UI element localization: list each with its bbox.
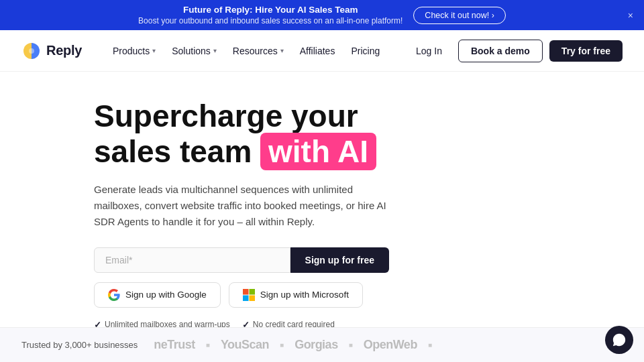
trust-logo-openweb: OpenWeb xyxy=(364,338,417,352)
trust-logo-gorgias: Gorgias xyxy=(294,338,338,352)
trust-bar: Trusted by 3,000+ businesses neTrust ■ Y… xyxy=(0,327,644,362)
trust-logo-netrust: neTrust xyxy=(154,338,195,352)
promo-banner: Future of Reply: Hire Your AI Sales Team… xyxy=(0,0,644,30)
email-signup-row: Sign up for free xyxy=(94,247,389,273)
banner-cta-button[interactable]: Check it out now! › xyxy=(413,7,506,24)
svg-rect-6 xyxy=(243,295,249,301)
book-demo-button[interactable]: Book a demo xyxy=(458,40,543,62)
google-signup-button[interactable]: Sign up with Google xyxy=(94,282,221,308)
chat-icon xyxy=(612,333,627,347)
chevron-down-icon: ▾ xyxy=(280,47,284,54)
separator-icon: ■ xyxy=(280,341,284,349)
logo-icon xyxy=(21,41,42,61)
nav-right: Log In Book a demo Try for free xyxy=(407,40,623,62)
banner-subtitle: Boost your outbound and inbound sales su… xyxy=(138,16,402,25)
hero-section: Supercharge your sales team with AI Gene… xyxy=(0,72,644,355)
svg-rect-4 xyxy=(243,289,249,295)
trust-logos: neTrust ■ YouScan ■ Gorgias ■ OpenWeb ■ xyxy=(154,338,623,352)
nav-affiliates[interactable]: Affiliates xyxy=(293,42,342,60)
svg-rect-5 xyxy=(249,289,255,295)
logo-link[interactable]: Reply xyxy=(21,41,82,61)
google-icon xyxy=(108,289,120,301)
svg-rect-7 xyxy=(249,295,255,301)
navbar: Reply Products ▾ Solutions ▾ Resources ▾… xyxy=(0,30,644,72)
banner-title: Future of Reply: Hire Your AI Sales Team xyxy=(183,5,358,15)
logo-text: Reply xyxy=(46,43,82,58)
signup-button[interactable]: Sign up for free xyxy=(290,247,389,273)
trust-label: Trusted by 3,000+ businesses xyxy=(21,340,138,350)
separator-icon: ■ xyxy=(349,341,353,349)
banner-close-button[interactable]: × xyxy=(628,10,633,21)
nav-products[interactable]: Products ▾ xyxy=(106,42,162,60)
chevron-down-icon: ▾ xyxy=(152,47,156,54)
nav-pricing[interactable]: Pricing xyxy=(344,42,386,60)
email-input[interactable] xyxy=(94,247,290,273)
nav-resources[interactable]: Resources ▾ xyxy=(226,42,290,60)
try-free-button[interactable]: Try for free xyxy=(549,40,623,62)
chevron-down-icon: ▾ xyxy=(213,47,217,54)
nav-links: Products ▾ Solutions ▾ Resources ▾ Affil… xyxy=(106,42,407,60)
login-button[interactable]: Log In xyxy=(407,40,451,62)
separator-icon: ■ xyxy=(206,341,210,349)
separator-icon: ■ xyxy=(428,341,432,349)
trust-logo-youscan: YouScan xyxy=(221,338,269,352)
svg-point-3 xyxy=(29,48,34,54)
microsoft-icon xyxy=(243,289,255,301)
hero-headline: Supercharge your sales team with AI xyxy=(94,99,443,170)
ai-highlight: with AI xyxy=(260,133,376,170)
page-wrapper: Future of Reply: Hire Your AI Sales Team… xyxy=(0,0,644,362)
nav-solutions[interactable]: Solutions ▾ xyxy=(165,42,223,60)
chat-bubble-button[interactable] xyxy=(605,326,633,354)
hero-subtext: Generate leads via multichannel sequence… xyxy=(94,182,396,230)
social-signup-row: Sign up with Google Sign up with Microso… xyxy=(94,282,550,308)
microsoft-signup-button[interactable]: Sign up with Microsoft xyxy=(229,282,363,308)
banner-text: Future of Reply: Hire Your AI Sales Team… xyxy=(138,5,402,25)
